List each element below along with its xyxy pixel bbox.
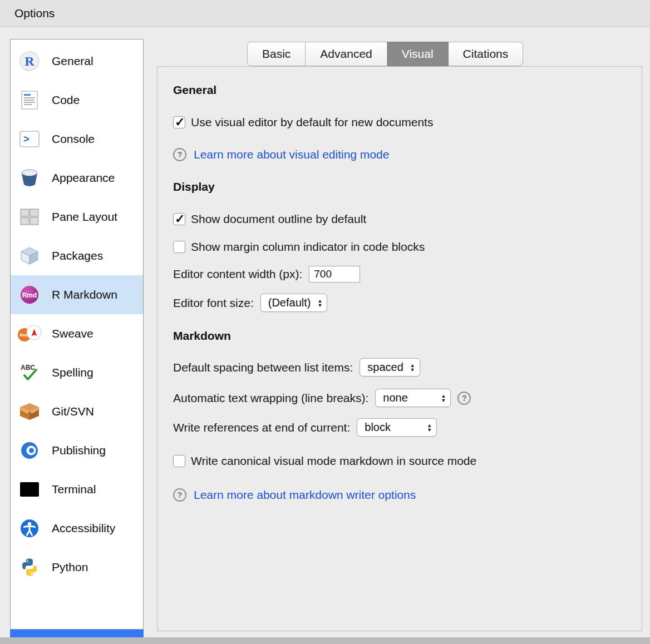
sidebar-item-label: Pane Layout <box>52 210 117 224</box>
sidebar-item-publishing[interactable]: Publishing <box>11 431 143 470</box>
list-spacing-label: Default spacing between list items: <box>173 361 353 374</box>
write-references-select[interactable]: block <box>357 418 437 437</box>
show-margin-checkbox[interactable] <box>173 241 185 253</box>
list-spacing-select[interactable]: spaced <box>360 358 420 377</box>
show-margin-row: Show margin column indicator in code blo… <box>173 240 425 254</box>
accessibility-icon <box>17 517 42 539</box>
canonical-markdown-label[interactable]: Write canonical visual mode markdown in … <box>191 454 476 468</box>
sidebar-item-pane-layout[interactable]: Pane Layout <box>11 197 143 236</box>
use-visual-editor-checkbox[interactable] <box>173 116 185 128</box>
sidebar-item-label: Git/SVN <box>52 405 94 418</box>
sidebar-item-label: Packages <box>52 249 103 262</box>
write-references-label: Write references at end of current: <box>173 421 350 434</box>
packages-cube-icon <box>17 245 42 267</box>
editor-content-width-input[interactable] <box>309 266 360 283</box>
visual-options-panel: General Use visual editor by default for… <box>157 66 642 631</box>
use-visual-editor-row: Use visual editor by default for new doc… <box>173 116 433 129</box>
sidebar-item-spelling[interactable]: ABC Spelling <box>11 353 143 392</box>
spelling-check-icon: ABC <box>17 361 42 384</box>
sidebar-item-label: Accessibility <box>52 522 115 535</box>
editor-font-size-label: Editor font size: <box>173 296 254 310</box>
sidebar-item-appearance[interactable]: Appearance <box>11 158 143 197</box>
console-icon: > <box>17 128 42 150</box>
sidebar-item-label: Publishing <box>52 444 106 457</box>
sidebar-item-label: Sweave <box>52 327 93 340</box>
pane-layout-icon <box>17 206 42 228</box>
list-spacing-row: Default spacing between list items: spac… <box>173 358 420 377</box>
canonical-markdown-checkbox[interactable] <box>173 455 185 467</box>
sidebar-item-accessibility[interactable]: Accessibility <box>11 509 143 548</box>
r-logo-icon: R <box>17 50 42 72</box>
sidebar-item-sweave[interactable]: Rnw Sweave <box>11 314 143 353</box>
svg-text:ABC: ABC <box>21 364 35 371</box>
python-icon <box>17 556 42 578</box>
show-outline-label[interactable]: Show document outline by default <box>191 212 366 226</box>
sidebar-item-console[interactable]: > Console <box>11 120 143 158</box>
markdown-section-heading: Markdown <box>173 329 231 343</box>
code-file-icon <box>17 89 42 111</box>
tab-citations[interactable]: Citations <box>449 42 524 66</box>
use-visual-editor-label[interactable]: Use visual editor by default for new doc… <box>191 116 433 129</box>
sidebar-item-git-svn[interactable]: Git/SVN <box>11 392 143 431</box>
sidebar-item-packages[interactable]: Packages <box>11 236 143 275</box>
editor-font-size-select[interactable]: (Default) <box>260 294 328 312</box>
show-outline-checkbox[interactable] <box>173 213 185 225</box>
show-outline-row: Show document outline by default <box>173 212 366 226</box>
sweave-icon: Rnw <box>17 323 42 345</box>
window-title: Options <box>14 7 55 20</box>
svg-text:R: R <box>24 54 35 68</box>
general-section-heading: General <box>173 83 216 97</box>
options-sidebar: R General Code > Console Appearance Pane… <box>10 39 144 630</box>
sidebar-item-label: Terminal <box>52 483 96 496</box>
editor-font-size-value: (Default) <box>268 296 311 309</box>
tab-advanced[interactable]: Advanced <box>306 42 387 66</box>
sidebar-item-terminal[interactable]: Terminal <box>11 470 143 509</box>
canonical-markdown-row: Write canonical visual mode markdown in … <box>173 454 476 468</box>
paint-bucket-icon <box>17 167 42 189</box>
stepper-arrows-icon <box>317 299 322 308</box>
show-margin-label[interactable]: Show margin column indicator in code blo… <box>191 240 425 254</box>
list-spacing-value: spaced <box>367 361 403 374</box>
stepper-arrows-icon <box>441 394 446 403</box>
tab-basic[interactable]: Basic <box>247 42 306 66</box>
write-references-row: Write references at end of current: bloc… <box>173 418 437 437</box>
help-icon[interactable] <box>173 148 186 161</box>
svg-text:>: > <box>23 134 29 145</box>
sidebar-item-label: Console <box>52 132 95 146</box>
sidebar-item-label: Appearance <box>52 171 115 185</box>
window-titlebar: Options <box>0 0 650 27</box>
display-section-heading: Display <box>173 180 215 194</box>
sidebar-item-label: Code <box>52 93 80 107</box>
sidebar-item-python[interactable]: Python <box>11 548 143 587</box>
terminal-icon <box>17 478 42 501</box>
sidebar-item-label: General <box>52 55 93 68</box>
write-references-value: block <box>365 421 391 434</box>
tab-visual[interactable]: Visual <box>387 42 449 66</box>
sidebar-item-label: Python <box>52 561 88 574</box>
editor-content-width-label: Editor content width (px): <box>173 267 302 281</box>
text-wrapping-row: Automatic text wrapping (line breaks): n… <box>173 389 471 407</box>
visual-editing-help-row: Learn more about visual editing mode <box>173 148 389 161</box>
sidebar-item-r-markdown[interactable]: Rmd R Markdown <box>11 275 143 314</box>
sidebar-item-label: Spelling <box>52 366 93 379</box>
help-icon[interactable] <box>457 392 471 405</box>
sidebar-item-general[interactable]: R General <box>11 42 143 81</box>
text-wrapping-label: Automatic text wrapping (line breaks): <box>173 392 368 405</box>
editor-content-width-row: Editor content width (px): <box>173 266 360 283</box>
rmarkdown-icon: Rmd <box>17 284 42 306</box>
sidebar-item-code[interactable]: Code <box>11 81 143 120</box>
help-icon[interactable] <box>173 488 186 502</box>
sidebar-item-label: R Markdown <box>52 288 117 301</box>
learn-markdown-writer-link[interactable]: Learn more about markdown writer options <box>194 488 416 502</box>
window-bottom-edge <box>0 637 650 644</box>
svg-text:Rmd: Rmd <box>22 291 37 299</box>
bottom-accent-bar <box>10 630 144 637</box>
editor-font-size-row: Editor font size: (Default) <box>173 294 327 312</box>
publishing-icon <box>17 439 42 462</box>
git-svn-box-icon <box>17 400 42 423</box>
text-wrapping-select[interactable]: none <box>375 389 451 407</box>
stepper-arrows-icon <box>410 363 415 372</box>
tab-bar: Basic Advanced Visual Citations <box>247 42 523 66</box>
markdown-writer-help-row: Learn more about markdown writer options <box>173 488 416 502</box>
learn-visual-editing-link[interactable]: Learn more about visual editing mode <box>194 148 389 161</box>
